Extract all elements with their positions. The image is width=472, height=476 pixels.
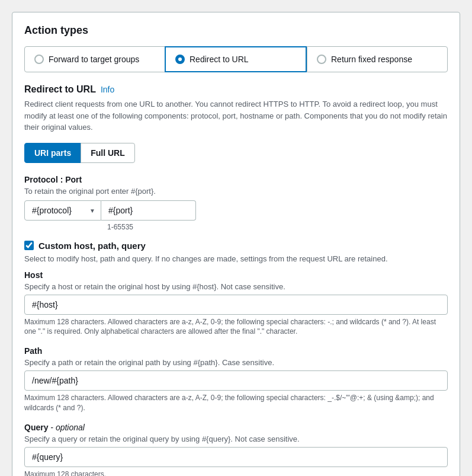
- action-type-fixed-label: Return fixed response: [331, 55, 412, 64]
- query-constraint: Maximum 128 characters.: [24, 469, 448, 476]
- custom-host-desc: Select to modify host, path and query. I…: [24, 254, 448, 263]
- protocol-port-group: Protocol : Port To retain the original p…: [24, 175, 448, 231]
- action-types-row: Forward to target groups Redirect to URL…: [24, 46, 448, 72]
- redirect-title: Redirect to URL: [24, 84, 96, 95]
- protocol-select-wrapper: #{protocol} HTTP HTTPS ▼: [24, 200, 101, 221]
- action-type-redirect[interactable]: Redirect to URL: [165, 46, 307, 72]
- custom-host-label: Custom host, path, query: [38, 241, 146, 251]
- radio-forward: [34, 55, 44, 64]
- action-type-forward-label: Forward to target groups: [49, 55, 139, 64]
- protocol-port-label: Protocol : Port: [24, 175, 448, 184]
- protocol-port-row: #{protocol} HTTP HTTPS ▼: [24, 200, 448, 221]
- query-hint: Specify a query or retain the original q…: [24, 435, 448, 443]
- host-field-group: Host Specify a host or retain the origin…: [24, 270, 448, 337]
- custom-host-section: Custom host, path, query Select to modif…: [24, 241, 448, 477]
- redirect-header: Redirect to URL Info: [24, 84, 448, 95]
- radio-redirect: [175, 55, 185, 64]
- page-title: Action types: [24, 24, 448, 37]
- action-type-fixed[interactable]: Return fixed response: [307, 46, 448, 72]
- action-type-redirect-label: Redirect to URL: [190, 55, 249, 64]
- info-link[interactable]: Info: [101, 85, 114, 94]
- query-field-group: Query - optional Specify a query or reta…: [24, 423, 448, 476]
- protocol-port-hint: To retain the original port enter #{port…: [24, 187, 448, 196]
- host-label: Host: [24, 270, 448, 280]
- protocol-select[interactable]: #{protocol} HTTP HTTPS: [24, 200, 101, 221]
- redirect-description: Redirect client requests from one URL to…: [24, 98, 448, 133]
- tab-bar: URI parts Full URL: [24, 143, 448, 163]
- tab-uri-parts[interactable]: URI parts: [24, 143, 81, 163]
- custom-host-checkbox[interactable]: [24, 241, 34, 250]
- host-input[interactable]: [24, 295, 448, 315]
- main-panel: Action types Forward to target groups Re…: [12, 12, 460, 476]
- path-hint: Specify a path or retain the original pa…: [24, 358, 448, 367]
- query-input[interactable]: [24, 447, 448, 467]
- query-optional: - optional: [50, 423, 85, 432]
- port-range-hint: 1-65535: [107, 223, 448, 231]
- action-type-forward[interactable]: Forward to target groups: [24, 46, 165, 72]
- radio-fixed: [317, 55, 326, 64]
- path-field-group: Path Specify a path or retain the origin…: [24, 346, 448, 413]
- redirect-section: Redirect to URL Info Redirect client req…: [24, 84, 448, 476]
- path-input[interactable]: [24, 370, 448, 391]
- custom-host-checkbox-row: Custom host, path, query: [24, 241, 448, 251]
- query-label: Query - optional: [24, 423, 448, 432]
- host-constraint: Maximum 128 characters. Allowed characte…: [24, 317, 448, 337]
- path-constraint: Maximum 128 characters. Allowed characte…: [24, 393, 448, 413]
- path-label: Path: [24, 346, 448, 356]
- tab-full-url[interactable]: Full URL: [81, 143, 135, 163]
- port-input[interactable]: [101, 200, 196, 221]
- host-hint: Specify a host or retain the original ho…: [24, 282, 448, 291]
